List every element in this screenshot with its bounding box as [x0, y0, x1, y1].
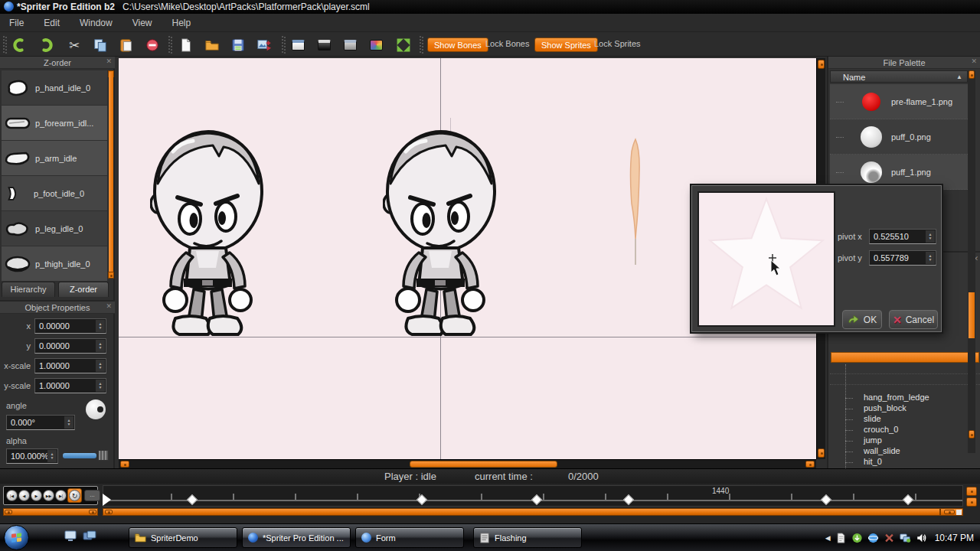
toolbar-grip[interactable] [282, 36, 286, 54]
tab-zorder[interactable]: Z-order [58, 282, 109, 297]
tray-collapse-icon[interactable]: ◀ [825, 534, 831, 542]
go-to-end-button[interactable]: ▶| [55, 490, 67, 501]
animation-item[interactable]: jump [864, 435, 882, 445]
ok-button[interactable]: OK [842, 310, 882, 329]
sort-asc-icon[interactable]: ▲ [956, 71, 962, 83]
menu-help[interactable]: Help [172, 18, 191, 28]
pivot-y-field[interactable]: 0.557789 ▲▼ [869, 250, 936, 266]
spinner[interactable]: ▲▼ [926, 230, 935, 243]
window-dark-icon[interactable] [315, 37, 332, 54]
pivot-preview[interactable] [697, 191, 835, 327]
menu-file[interactable]: File [9, 18, 24, 28]
scrollbar-button[interactable] [944, 510, 955, 514]
scrollbar-button[interactable] [5, 510, 12, 514]
spinner[interactable]: ▲▼ [96, 340, 105, 352]
x-scale-field[interactable]: 1.00000 ▲▼ [34, 358, 106, 373]
copy-icon[interactable] [92, 37, 109, 54]
alpha-field[interactable]: 100.000% ▲▼ [6, 448, 58, 464]
window-color-icon[interactable] [368, 37, 384, 54]
scrollbar-thumb[interactable] [410, 461, 557, 468]
spinner[interactable]: ▲▼ [96, 360, 105, 372]
go-to-start-button[interactable]: |◀ [6, 490, 18, 501]
scrollbar-button[interactable] [89, 510, 96, 514]
close-icon[interactable]: ✕ [106, 302, 112, 310]
scrollbar-button[interactable] [108, 272, 114, 279]
animation-item[interactable]: wall_slide [864, 446, 900, 455]
pivot-x-field[interactable]: 0.525510 ▲▼ [869, 229, 936, 244]
animation-item[interactable]: crouch_0 [864, 425, 898, 434]
transport-scrollbar[interactable] [3, 508, 98, 516]
zorder-item[interactable]: p_leg_idle_0 [2, 211, 107, 246]
scrollbar-thumb[interactable] [969, 292, 975, 338]
scrollbar-button[interactable] [105, 510, 113, 514]
alpha-slider-handle[interactable] [98, 450, 109, 461]
scrollbar-button[interactable] [818, 448, 825, 458]
tray-document-icon[interactable] [835, 533, 847, 543]
selected-animation-row[interactable] [831, 352, 979, 363]
y-scale-field[interactable]: 1.00000 ▲▼ [34, 378, 106, 393]
tab-hierarchy[interactable]: Hierarchy [2, 282, 55, 297]
tray-error-icon[interactable] [884, 533, 895, 543]
right-dock-scrollbar[interactable] [968, 70, 975, 453]
window-gray-icon[interactable] [341, 37, 358, 54]
taskbar-button-form[interactable]: Form [355, 527, 464, 548]
prev-frame-button[interactable]: ◀ [18, 490, 30, 501]
scrollbar-button[interactable] [818, 60, 825, 69]
scrollbar-button[interactable] [969, 70, 975, 79]
menu-view[interactable]: View [132, 18, 152, 28]
open-folder-icon[interactable] [204, 37, 220, 54]
scrollbar-thumb[interactable] [109, 72, 113, 277]
redo-icon[interactable] [38, 37, 55, 54]
menu-window[interactable]: Window [80, 18, 113, 28]
scrollbar-slot[interactable] [956, 510, 962, 515]
scrollbar-button[interactable] [805, 461, 815, 468]
quicklaunch-desktop-icon[interactable] [64, 530, 78, 543]
transport-more-button[interactable]: ... [84, 490, 100, 501]
playhead[interactable] [103, 494, 111, 506]
file-row[interactable]: pre-flame_1.png [830, 84, 968, 119]
lock-bones-button[interactable]: Lock Bones [485, 39, 529, 48]
flame-sprite[interactable] [620, 136, 651, 274]
canvas-hscrollbar[interactable] [119, 459, 816, 468]
spinner[interactable]: ▲▼ [64, 416, 74, 429]
animation-item[interactable]: hit_0 [864, 457, 882, 466]
toolbar-grip[interactable] [420, 36, 423, 54]
taskbar-button-flashing[interactable]: Flashing [473, 527, 582, 548]
angle-dial-handle[interactable] [97, 406, 103, 412]
zorder-item[interactable]: p_hand_idle_0 [2, 70, 107, 105]
alpha-slider[interactable] [63, 453, 96, 458]
taskbar-button-spriter[interactable]: *Spriter Pro Edition ... [242, 527, 351, 548]
spinner[interactable]: ▲▼ [96, 320, 105, 332]
fullscreen-icon[interactable] [395, 37, 412, 54]
zorder-scrollbar[interactable] [108, 70, 114, 279]
loop-toggle[interactable]: ↻ [67, 488, 82, 503]
undo-icon[interactable] [11, 37, 28, 54]
network-icon[interactable] [900, 533, 911, 543]
lock-sprites-button[interactable]: Lock Sprites [594, 39, 641, 48]
cut-icon[interactable]: ✂ [66, 37, 83, 54]
zorder-item[interactable]: p_thigh_idle_0 [2, 246, 107, 281]
toolbar-grip[interactable] [168, 36, 172, 54]
spinner[interactable]: ▲▼ [96, 380, 105, 392]
volume-icon[interactable] [916, 533, 927, 543]
taskbar-button-spriterdemo[interactable]: SpriterDemo [129, 527, 237, 548]
timeline-zoom-button[interactable] [966, 497, 977, 507]
character-sprite[interactable] [150, 127, 265, 349]
timeline-scrollbar[interactable] [103, 508, 963, 516]
angle-dial[interactable] [86, 399, 106, 419]
taskbar-clock[interactable]: 10:47 PM [935, 533, 974, 543]
import-image-icon[interactable] [256, 37, 273, 54]
window-light-icon[interactable] [289, 37, 306, 54]
scrollbar-button[interactable] [120, 461, 129, 468]
toolbar-grip[interactable] [3, 36, 7, 54]
timeline-ruler[interactable]: 1440 [103, 485, 963, 507]
quicklaunch-switcher-icon[interactable] [83, 530, 96, 543]
save-icon[interactable] [230, 37, 247, 54]
cancel-button[interactable]: ✕ Cancel [889, 310, 938, 329]
animation-item[interactable]: hang_from_ledge [864, 393, 929, 402]
zorder-item[interactable]: p_forearm_idl... [2, 106, 107, 140]
close-icon[interactable]: ✕ [106, 57, 112, 65]
x-field[interactable]: 0.00000 ▲▼ [34, 318, 106, 334]
start-button[interactable] [4, 525, 29, 550]
play-button[interactable]: ▶ [31, 490, 42, 501]
